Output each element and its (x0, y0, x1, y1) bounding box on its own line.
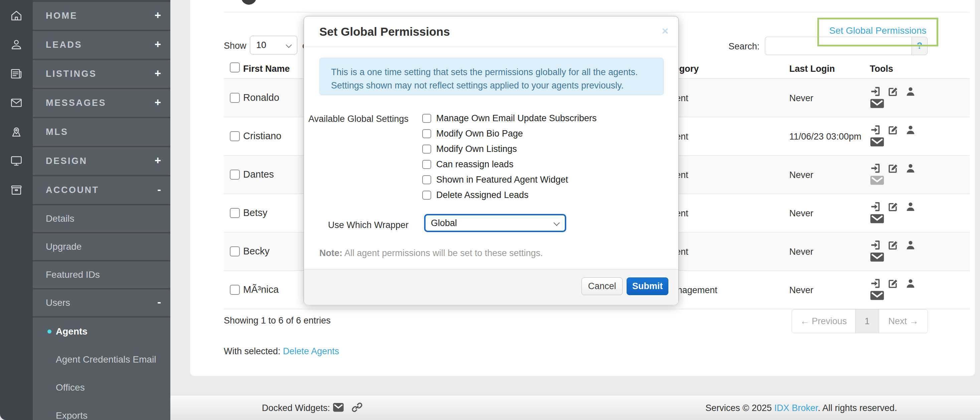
setting-checkbox[interactable] (422, 191, 431, 200)
setting-label: Manage Own Email Update Subscribers (436, 113, 597, 124)
sidebar-item[interactable]: Upgrade (33, 233, 170, 260)
services-prefix: Services © 2025 (705, 403, 774, 413)
submit-button[interactable]: Submit (627, 277, 668, 295)
sidebar-item[interactable]: HOME + (33, 2, 170, 30)
archive-box-icon[interactable] (9, 182, 24, 197)
expand-indicator-icon[interactable]: + (155, 38, 161, 51)
setting-checkbox[interactable] (422, 175, 431, 184)
setting-checkbox[interactable] (422, 144, 431, 154)
cell-last-login: Never (789, 208, 813, 219)
setting-checkbox[interactable] (422, 129, 431, 138)
cell-tools (870, 239, 923, 265)
search-input[interactable] (765, 37, 912, 55)
edit-icon[interactable] (887, 239, 899, 251)
setting-label: Shown in Featured Agent Widget (436, 174, 568, 185)
newspaper-icon[interactable] (9, 67, 24, 81)
sidebar-item[interactable]: Exports (33, 402, 170, 420)
column-header-last-login[interactable]: Last Login (789, 64, 835, 74)
monitor-icon[interactable] (9, 154, 24, 168)
envelope-icon[interactable] (870, 220, 885, 226)
row-checkbox[interactable] (230, 285, 240, 295)
wrapper-select[interactable]: Global (424, 214, 566, 232)
sidebar-item[interactable]: Agent Credentials Email (33, 346, 170, 374)
modal-title: Set Global Permissions (319, 25, 450, 38)
column-header-first-name[interactable]: First Name (243, 64, 290, 74)
envelope-icon[interactable] (870, 105, 885, 111)
edit-icon[interactable] (887, 277, 899, 290)
previous-page-button[interactable]: ← Previous (792, 309, 856, 333)
modal-info-box: This is a one time setting that sets the… (319, 58, 664, 95)
row-checkbox[interactable] (230, 170, 240, 180)
expand-indicator-icon[interactable]: + (155, 154, 161, 167)
sidebar-item[interactable]: ACCOUNT - (33, 176, 170, 204)
next-page-button[interactable]: Next → (879, 309, 928, 333)
user-icon[interactable] (905, 86, 916, 97)
envelope-icon[interactable] (870, 297, 885, 303)
idx-broker-link[interactable]: IDX Broker (774, 403, 818, 413)
person-icon[interactable] (9, 37, 24, 52)
sign-in-icon[interactable] (870, 162, 882, 174)
set-global-permissions-link[interactable]: Set Global Permissions (817, 25, 938, 36)
edit-icon[interactable] (887, 201, 899, 213)
user-icon[interactable] (905, 201, 916, 213)
expand-indicator-icon[interactable]: - (158, 183, 161, 196)
sidebar-item[interactable]: Featured IDs (33, 262, 170, 288)
sidebar-item[interactable]: Agents (33, 317, 170, 346)
user-icon[interactable] (905, 162, 916, 174)
map-pin-icon[interactable] (9, 125, 24, 139)
sidebar-item[interactable]: Details (33, 205, 170, 232)
edit-icon[interactable] (887, 124, 899, 136)
user-icon[interactable] (905, 239, 916, 251)
sidebar-item[interactable]: LEADS + (33, 31, 170, 59)
sidebar-item[interactable]: Offices (33, 374, 170, 402)
edit-icon[interactable] (887, 86, 899, 97)
link-icon[interactable] (350, 400, 364, 414)
sidebar-item-label: HOME (46, 11, 78, 21)
envelope-icon[interactable] (331, 400, 345, 414)
edit-icon[interactable] (887, 162, 899, 174)
sign-in-icon[interactable] (870, 201, 882, 213)
search-help-button[interactable]: ? (912, 37, 928, 55)
sign-in-icon[interactable] (870, 239, 882, 251)
sidebar-item[interactable]: Users - (33, 290, 170, 316)
delete-agents-link[interactable]: Delete Agents (283, 346, 339, 356)
global-settings-checklist: Manage Own Email Update Subscribers Modi… (422, 111, 597, 203)
expand-indicator-icon[interactable]: - (158, 296, 161, 309)
expand-indicator-icon[interactable]: + (155, 67, 161, 80)
setting-checkbox[interactable] (422, 114, 431, 123)
user-icon[interactable] (905, 124, 916, 136)
sidebar-item[interactable]: LISTINGS + (33, 60, 170, 88)
envelope-icon[interactable] (9, 95, 24, 110)
show-entries-select[interactable]: 10 (250, 36, 297, 54)
cell-last-login: Never (789, 170, 813, 180)
show-entries-value: 10 (256, 40, 266, 51)
set-global-permissions-modal: Set Global Permissions × This is a one t… (304, 16, 679, 305)
row-checkbox[interactable] (230, 131, 240, 141)
sign-in-icon[interactable] (870, 277, 882, 290)
user-icon[interactable] (905, 277, 916, 290)
row-checkbox[interactable] (230, 208, 240, 218)
envelope-icon[interactable] (870, 258, 885, 264)
close-icon[interactable]: × (662, 24, 668, 37)
cell-first-name: MÃ³nica (243, 284, 278, 295)
setting-row: Can reassign leads (422, 157, 597, 172)
select-all-checkbox[interactable] (230, 62, 240, 73)
sidebar-item[interactable]: MLS (33, 118, 170, 146)
expand-indicator-icon[interactable]: + (155, 9, 161, 22)
sidebar-item[interactable]: DESIGN + (33, 147, 170, 175)
expand-indicator-icon[interactable]: + (155, 96, 161, 109)
envelope-icon[interactable] (870, 143, 885, 149)
cancel-button[interactable]: Cancel (582, 277, 623, 295)
pagination: ← Previous 1 Next → (792, 309, 928, 333)
row-checkbox[interactable] (230, 246, 240, 257)
page-number-button[interactable]: 1 (856, 309, 879, 333)
row-checkbox[interactable] (230, 93, 240, 103)
sign-in-icon[interactable] (870, 86, 882, 97)
setting-checkbox[interactable] (422, 160, 431, 169)
sidebar-item-label: LEADS (46, 40, 82, 50)
envelope-icon[interactable] (870, 182, 885, 187)
column-header-tools: Tools (870, 64, 893, 74)
sidebar-item[interactable]: MESSAGES + (33, 89, 170, 117)
sign-in-icon[interactable] (870, 124, 882, 136)
home-icon[interactable] (9, 8, 24, 23)
